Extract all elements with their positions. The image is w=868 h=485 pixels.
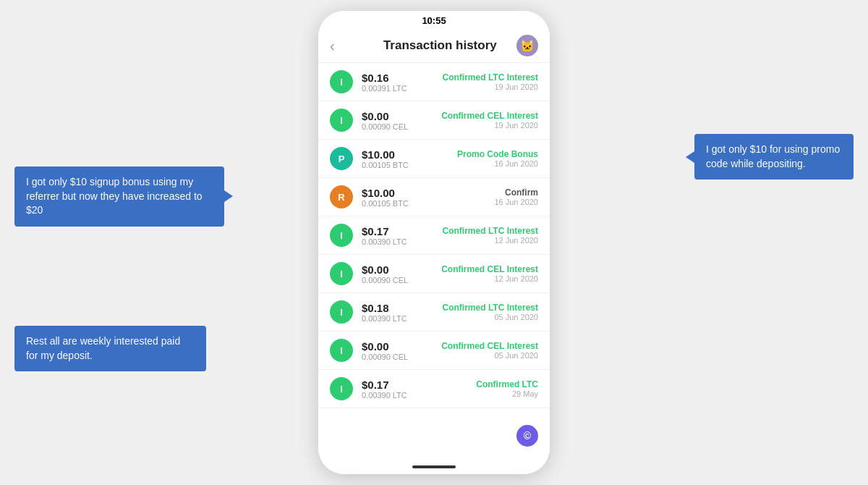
tx-right: Confirmed CEL Interest 12 Jun 2020: [441, 264, 538, 283]
tx-date: 16 Jun 2020: [494, 198, 538, 206]
table-row[interactable]: P $10.00 0.00105 BTC Promo Code Bonus 16…: [318, 140, 550, 178]
tx-label: Confirmed CEL Interest: [441, 264, 538, 274]
tx-icon: I: [330, 377, 353, 400]
tx-label: Confirm: [494, 187, 538, 198]
callout-left-text: I got only $10 signup bonus using my ref…: [26, 176, 203, 216]
callout-promo-code: I got only $10 for using promo code whil…: [694, 134, 854, 180]
tx-label: Confirmed LTC: [476, 379, 538, 389]
table-row[interactable]: I $0.18 0.00390 LTC Confirmed LTC Intere…: [318, 293, 550, 332]
tx-amount: $0.00: [362, 263, 441, 276]
home-indicator: [412, 465, 456, 468]
tx-left: $0.16 0.00391 LTC: [362, 72, 443, 93]
table-row[interactable]: I $0.00 0.00090 CEL Confirmed CEL Intere…: [318, 332, 550, 370]
tx-label: Confirmed LTC Interest: [443, 226, 538, 236]
table-row[interactable]: I $0.17 0.00390 LTC Confirmed LTC Intere…: [318, 216, 550, 255]
tx-left: $0.00 0.00090 CEL: [362, 263, 441, 284]
tx-icon: R: [330, 185, 353, 208]
tx-date: 12 Jun 2020: [441, 274, 538, 283]
transaction-list: I $0.16 0.00391 LTC Confirmed LTC Intere…: [318, 63, 550, 460]
tx-amount: $0.16: [362, 72, 443, 84]
tx-right: Confirmed LTC Interest 12 Jun 2020: [443, 226, 538, 245]
tx-label: Confirmed LTC Interest: [443, 303, 538, 313]
tx-date: 12 Jun 2020: [443, 236, 538, 245]
tx-right: Confirmed CEL Interest 19 Jun 2020: [441, 111, 538, 130]
tx-crypto: 0.00391 LTC: [362, 84, 443, 93]
tx-amount: $0.18: [362, 302, 443, 314]
callout-signup-bonus: I got only $10 signup bonus using my ref…: [14, 166, 224, 227]
tx-right: Confirmed LTC 29 May: [476, 379, 538, 398]
tx-amount: $0.17: [362, 225, 443, 237]
tx-date: 19 Jun 2020: [441, 121, 538, 130]
tx-amount: $0.00: [362, 340, 441, 353]
tx-amount: $10.00: [362, 148, 457, 161]
callout-bottom-text: Rest all are weekly interested paid for …: [26, 335, 180, 361]
table-row[interactable]: R $10.00 0.00105 BTC Confirm 16 Jun 2020: [318, 178, 550, 216]
tx-icon: I: [330, 109, 353, 132]
page-title: Transaction history: [342, 38, 538, 53]
tx-label: Confirmed CEL Interest: [441, 341, 538, 351]
tx-date: 19 Jun 2020: [443, 83, 538, 91]
tx-right: Confirmed CEL Interest 05 Jun 2020: [441, 341, 538, 360]
tx-icon: I: [330, 339, 353, 362]
tx-crypto: 0.00090 CEL: [362, 276, 441, 284]
tx-left: $0.00 0.00090 CEL: [362, 110, 441, 131]
tx-icon: I: [330, 224, 353, 247]
time: 10:55: [422, 15, 446, 26]
tx-right: Promo Code Bonus 16 Jun 2020: [457, 149, 538, 168]
tx-left: $10.00 0.00105 BTC: [362, 187, 494, 208]
celsius-watermark: ©: [516, 425, 538, 447]
tx-crypto: 0.00105 BTC: [362, 161, 457, 169]
tx-crypto: 0.00390 LTC: [362, 314, 443, 323]
tx-left: $0.17 0.00390 LTC: [362, 379, 476, 400]
avatar-emoji: 🐱: [520, 39, 535, 53]
callout-weekly-interest: Rest all are weekly interested paid for …: [14, 326, 206, 371]
app-header: ‹ Transaction history 🐱: [318, 29, 550, 63]
table-row[interactable]: I $0.17 0.00390 LTC Confirmed LTC 29 May: [318, 370, 550, 408]
status-bar: 10:55: [318, 11, 550, 29]
tx-amount: $0.17: [362, 379, 476, 391]
tx-left: $0.18 0.00390 LTC: [362, 302, 443, 323]
tx-icon: I: [330, 300, 353, 324]
tx-amount: $10.00: [362, 187, 494, 199]
tx-crypto: 0.00090 CEL: [362, 122, 441, 131]
table-row[interactable]: I $0.00 0.00090 CEL Confirmed CEL Intere…: [318, 255, 550, 293]
tx-crypto: 0.00105 BTC: [362, 199, 494, 208]
tx-date: 16 Jun 2020: [457, 159, 538, 168]
tx-icon: I: [330, 70, 353, 93]
tx-label: Confirmed LTC Interest: [443, 72, 538, 83]
tx-crypto: 0.00390 LTC: [362, 391, 476, 400]
avatar[interactable]: 🐱: [516, 35, 538, 56]
tx-icon: I: [330, 262, 353, 285]
callout-right-text: I got only $10 for using promo code whil…: [706, 143, 840, 169]
tx-amount: $0.00: [362, 110, 441, 122]
tx-right: Confirm 16 Jun 2020: [494, 187, 538, 206]
tx-left: $0.17 0.00390 LTC: [362, 225, 443, 246]
tx-right: Confirmed LTC Interest 19 Jun 2020: [443, 72, 538, 91]
tx-date: 29 May: [476, 389, 538, 398]
tx-left: $10.00 0.00105 BTC: [362, 148, 457, 169]
bottom-bar: [318, 460, 550, 474]
phone-frame: 10:55 ‹ Transaction history 🐱 I $0.16 0.…: [318, 11, 550, 474]
tx-date: 05 Jun 2020: [441, 351, 538, 360]
tx-icon: P: [330, 147, 353, 170]
tx-date: 05 Jun 2020: [443, 313, 538, 321]
tx-crypto: 0.00090 CEL: [362, 353, 441, 361]
tx-label: Promo Code Bonus: [457, 149, 538, 159]
tx-right: Confirmed LTC Interest 05 Jun 2020: [443, 303, 538, 321]
back-button[interactable]: ‹: [330, 38, 335, 54]
tx-label: Confirmed CEL Interest: [441, 111, 538, 121]
tx-crypto: 0.00390 LTC: [362, 237, 443, 246]
table-row[interactable]: I $0.16 0.00391 LTC Confirmed LTC Intere…: [318, 63, 550, 101]
tx-left: $0.00 0.00090 CEL: [362, 340, 441, 361]
table-row[interactable]: I $0.00 0.00090 CEL Confirmed CEL Intere…: [318, 101, 550, 140]
